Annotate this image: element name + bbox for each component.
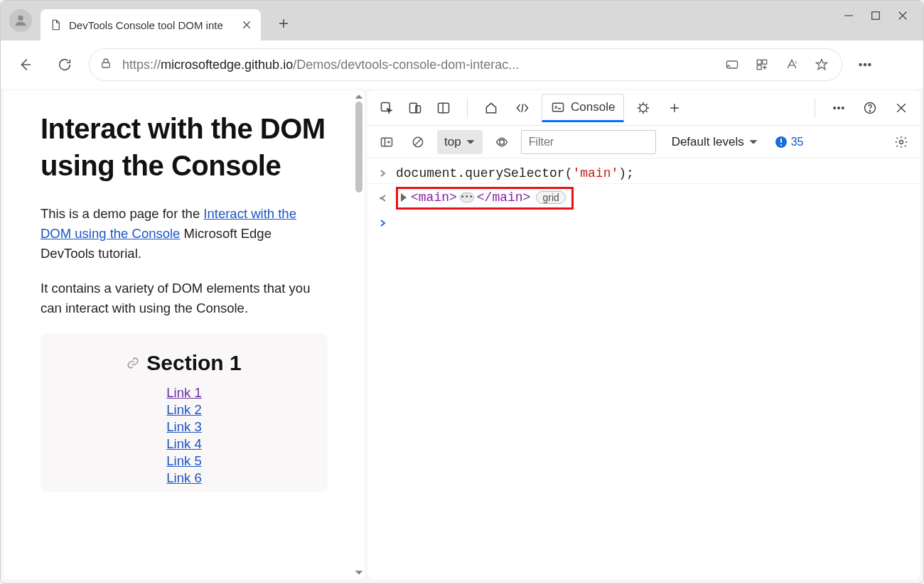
- list-link[interactable]: Link 2: [166, 402, 201, 418]
- svg-point-9: [869, 64, 871, 66]
- console-result-element[interactable]: <main> ••• </main> grid: [396, 187, 574, 210]
- scrollbar-thumb[interactable]: [355, 102, 362, 193]
- minimize-button[interactable]: [842, 9, 855, 25]
- svg-rect-4: [757, 60, 761, 64]
- svg-rect-5: [763, 60, 767, 64]
- svg-point-20: [869, 110, 870, 111]
- toggle-sidebar-button[interactable]: [375, 130, 399, 154]
- lock-icon: [100, 57, 112, 72]
- settings-and-more-button[interactable]: [851, 49, 879, 80]
- svg-point-23: [499, 139, 504, 144]
- prompt-chevron-icon: [377, 219, 389, 227]
- list-link[interactable]: Link 3: [166, 419, 201, 435]
- console-tab[interactable]: Console: [542, 94, 624, 122]
- list-link[interactable]: Link 1: [166, 385, 201, 401]
- close-window-button[interactable]: [896, 9, 909, 25]
- svg-rect-6: [757, 65, 761, 70]
- tab-title: DevTools Console tool DOM inte: [69, 19, 234, 31]
- info-icon: [775, 136, 787, 148]
- svg-point-17: [838, 107, 840, 109]
- grid-badge[interactable]: grid: [536, 191, 565, 204]
- devtools-close-button[interactable]: [889, 96, 913, 120]
- new-tab-button[interactable]: [269, 9, 298, 38]
- svg-rect-2: [102, 63, 110, 67]
- page-scrollbar[interactable]: [352, 90, 365, 579]
- devtools-tabstrip: Console: [367, 90, 920, 126]
- console-tab-label: Console: [571, 100, 615, 114]
- devtools-panel: Console top Default levels: [367, 90, 920, 579]
- section-1: Section 1 Link 1 Link 2 Link 3 Link 4 Li…: [41, 334, 328, 492]
- expand-triangle-icon[interactable]: [401, 193, 407, 202]
- browser-tab[interactable]: DevTools Console tool DOM inte: [41, 9, 261, 40]
- console-prompt-row[interactable]: [367, 212, 920, 234]
- list-link[interactable]: Link 4: [166, 436, 201, 452]
- ellipsis-icon[interactable]: •••: [460, 193, 474, 202]
- devtools-more-button[interactable]: [827, 96, 851, 120]
- console-command: document.querySelector('main');: [396, 166, 634, 180]
- console-icon: [551, 100, 565, 114]
- svg-point-8: [864, 64, 866, 66]
- svg-rect-3: [727, 61, 738, 68]
- section-links: Link 1 Link 2 Link 3 Link 4 Link 5 Link …: [58, 385, 311, 486]
- svg-rect-13: [439, 103, 449, 112]
- console-settings-button[interactable]: [889, 130, 913, 154]
- window-titlebar: DevTools Console tool DOM inte: [1, 1, 923, 40]
- list-link[interactable]: Link 6: [166, 470, 201, 486]
- anchor-link-icon: [127, 357, 139, 369]
- section-heading: Section 1: [127, 351, 241, 375]
- devtools-help-button[interactable]: [858, 96, 882, 120]
- maximize-button[interactable]: [869, 9, 882, 25]
- close-tab-button[interactable]: [241, 19, 252, 31]
- log-levels-selector[interactable]: Default levels: [672, 135, 758, 149]
- enter-immersive-reader-icon[interactable]: [722, 55, 742, 75]
- profile-button[interactable]: [9, 9, 32, 32]
- page-heading: Interact with the DOM using the Console: [41, 110, 328, 184]
- svg-point-0: [18, 16, 23, 21]
- svg-point-18: [842, 107, 844, 109]
- console-input-row: document.querySelector('main');: [367, 163, 920, 184]
- chevron-down-icon: [748, 137, 758, 147]
- svg-point-25: [380, 198, 382, 199]
- collections-icon[interactable]: [752, 55, 772, 75]
- back-button[interactable]: [9, 49, 41, 80]
- issues-counter[interactable]: 35: [775, 136, 804, 148]
- console-output: document.querySelector('main'); <main> •…: [367, 158, 920, 579]
- inspect-element-button[interactable]: [375, 96, 399, 120]
- svg-point-24: [900, 140, 903, 144]
- intro-paragraph: This is a demo page for the Interact wit…: [41, 204, 328, 263]
- refresh-button[interactable]: [49, 49, 80, 80]
- body-paragraph: It contains a variety of DOM elements th…: [41, 279, 328, 318]
- chevron-down-icon: [466, 137, 476, 147]
- favorite-icon[interactable]: [812, 55, 832, 75]
- svg-point-7: [859, 64, 861, 66]
- page-viewport: Interact with the DOM using the Console …: [4, 90, 365, 579]
- svg-point-15: [640, 104, 647, 112]
- input-chevron-icon: [377, 169, 389, 178]
- console-filter-input[interactable]: [521, 130, 656, 154]
- issues-tab-icon[interactable]: [631, 96, 655, 120]
- console-result-row: <main> ••• </main> grid: [367, 184, 920, 212]
- device-toolbar-button[interactable]: [403, 96, 427, 120]
- svg-point-16: [834, 107, 836, 109]
- dock-side-button[interactable]: [431, 96, 456, 120]
- execution-context-selector[interactable]: top: [437, 130, 483, 154]
- read-aloud-icon[interactable]: [782, 55, 802, 75]
- page-icon: [49, 18, 62, 31]
- browser-toolbar: https://microsoftedge.github.io/Demos/de…: [1, 40, 923, 89]
- address-bar[interactable]: https://microsoftedge.github.io/Demos/de…: [89, 48, 842, 81]
- svg-rect-1: [872, 12, 880, 20]
- more-tabs-button[interactable]: [662, 96, 687, 120]
- clear-console-button[interactable]: [406, 130, 430, 154]
- welcome-tab-icon[interactable]: [479, 96, 503, 120]
- console-toolbar: top Default levels 35: [367, 126, 920, 158]
- list-link[interactable]: Link 5: [166, 453, 201, 469]
- output-chevron-icon: [377, 194, 389, 202]
- svg-rect-14: [553, 103, 564, 112]
- elements-tab-icon[interactable]: [510, 96, 534, 120]
- url-text: https://microsoftedge.github.io/Demos/de…: [122, 58, 712, 72]
- live-expression-button[interactable]: [490, 130, 514, 154]
